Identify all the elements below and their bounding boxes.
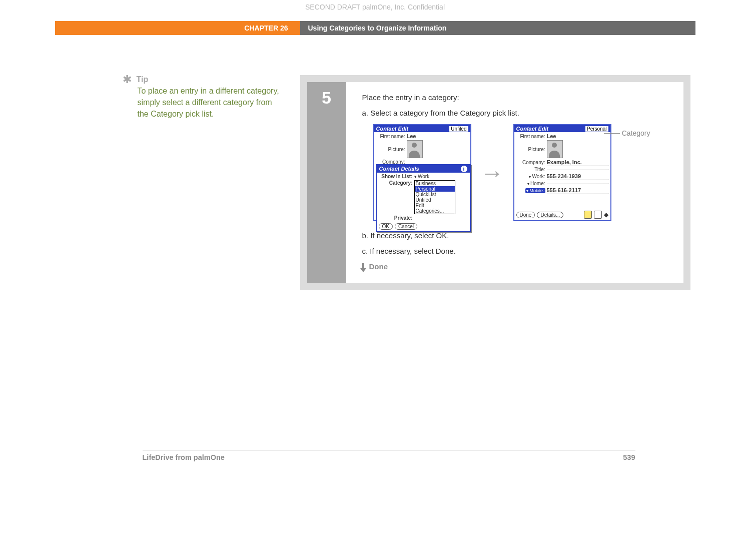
private-label: Private: [379,215,413,221]
work-label[interactable]: Work: [516,174,545,179]
dropdown-opt-editcats[interactable]: Edit Categories... [415,203,455,214]
home-label[interactable]: Home: [516,181,545,186]
down-arrow-icon [362,263,364,270]
palm-screen-before: Contact Edit Unfiled First name: Lee Pic… [373,124,471,221]
cancel-button[interactable]: Cancel [395,223,417,230]
company-value: Example, Inc. [547,159,608,166]
step-a: a. Select a category from the Category p… [362,109,669,117]
firstname-value-2: Lee [547,133,608,139]
step-c: c. If necessary, select Done. [362,247,669,255]
details-button[interactable]: Details... [537,212,563,218]
showinlist-value[interactable]: Work [414,174,430,179]
dropdown-opt-unfiled[interactable]: Unfiled [415,197,455,203]
asterisk-icon: ✱ [123,75,132,84]
dropdown-opt-personal[interactable]: Personal [415,186,455,192]
palm-screen-after: Category Contact Edit Personal First nam… [513,124,611,221]
plus-icon[interactable] [594,211,602,219]
screen1-title: Contact Edit [376,126,409,132]
home-value [547,183,608,184]
chapter-header: CHAPTER 26 Using Categories to Organize … [55,21,695,35]
chapter-title: Using Categories to Organize Information [300,21,695,35]
done-button[interactable]: Done [516,212,535,218]
title-value [547,169,608,170]
footer-page-number: 539 [623,453,635,461]
company-label-2: Company: [516,160,545,165]
title-label: Title: [516,167,545,172]
firstname-label-2: First name: [516,134,545,139]
note-icon[interactable] [584,211,592,219]
done-label: Done [369,262,388,271]
work-value: 555-234-1939 [547,173,608,180]
footer-product: LifeDrive from palmOne [143,453,225,461]
contact-details-dialog: Contact Details i Show in List: Work Cat… [376,164,471,232]
info-icon[interactable]: i [461,166,467,172]
dropdown-opt-business[interactable]: Business [415,181,455,186]
details-title: Contact Details [379,166,419,172]
chapter-label: CHAPTER 26 [55,21,300,35]
screen2-title: Contact Edit [516,126,549,132]
step-number: 5 [307,82,346,283]
ok-button[interactable]: OK [379,223,393,230]
step-box: 5 Place the entry in a category: a. Sele… [300,75,690,290]
category-dropdown[interactable]: Business Personal QuickList Unfiled Edit… [414,180,455,214]
mobile-value: 555-616-2117 [547,187,608,194]
dropdown-opt-quicklist[interactable]: QuickList [415,192,455,197]
picture-label-2: Picture: [516,147,545,152]
category-callout-label: Category [622,129,650,137]
tip-body: To place an entry in a different categor… [138,85,280,120]
arrow-right-icon: → [480,159,504,187]
screen1-category-picklist[interactable]: Unfiled [449,126,468,132]
done-marker: Done [362,262,669,271]
tip-label: Tip [137,75,149,84]
step-b: b. If necessary, select OK. [362,231,669,240]
showinlist-label: Show in List: [379,174,413,179]
firstname-label: First name: [376,134,405,139]
page-footer: LifeDrive from palmOne 539 [143,450,635,461]
firstname-value: Lee [407,133,468,139]
avatar-icon [407,140,423,158]
category-label: Category: [379,180,413,186]
step-intro: Place the entry in a category: [362,93,669,102]
category-callout: Category [604,129,650,137]
picture-label: Picture: [376,147,405,152]
scroll-icon[interactable]: ◆ [604,211,608,218]
sidebar-tip: ✱ Tip To place an entry in a different c… [55,75,300,290]
mobile-label[interactable]: Mobile: [525,188,545,193]
avatar-icon-2 [547,140,563,158]
confidential-watermark: SECOND DRAFT palmOne, Inc. Confidential [55,0,695,21]
screenshot-row: Contact Edit Unfiled First name: Lee Pic… [373,124,669,221]
